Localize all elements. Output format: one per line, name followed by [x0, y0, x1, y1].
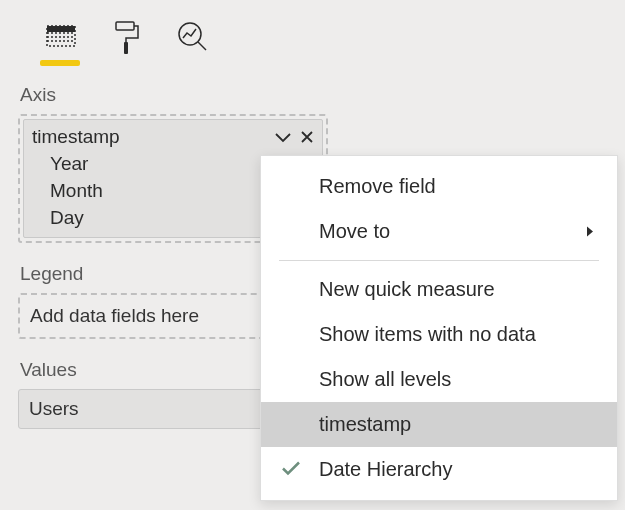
menu-item-move-to[interactable]: Move to	[261, 209, 617, 254]
menu-item-date-hierarchy[interactable]: Date Hierarchy	[261, 447, 617, 492]
paint-roller-icon	[114, 20, 140, 54]
svg-rect-6	[124, 42, 128, 54]
submenu-arrow-icon	[585, 220, 595, 243]
section-axis-label: Axis	[18, 78, 607, 114]
menu-item-move-to-label: Move to	[319, 220, 390, 243]
menu-item-show-all-levels[interactable]: Show all levels	[261, 357, 617, 402]
tab-format[interactable]	[108, 18, 146, 56]
check-icon	[281, 458, 301, 481]
svg-rect-5	[116, 22, 134, 30]
svg-point-7	[179, 23, 201, 45]
tab-analytics[interactable]	[174, 18, 212, 56]
menu-item-show-items-no-data[interactable]: Show items with no data	[261, 312, 617, 357]
field-context-menu: Remove field Move to New quick measure S…	[260, 155, 618, 501]
menu-separator	[279, 260, 599, 261]
svg-line-8	[198, 42, 206, 50]
menu-item-timestamp[interactable]: timestamp	[261, 402, 617, 447]
menu-item-date-hierarchy-label: Date Hierarchy	[319, 458, 452, 481]
chevron-down-icon[interactable]	[274, 131, 292, 143]
fields-table-icon	[44, 23, 78, 51]
svg-rect-4	[47, 26, 75, 32]
tab-fields[interactable]	[42, 18, 80, 56]
close-icon[interactable]	[300, 130, 314, 144]
menu-item-new-quick-measure[interactable]: New quick measure	[261, 267, 617, 312]
magnifier-chart-icon	[176, 20, 210, 54]
menu-item-remove-field[interactable]: Remove field	[261, 164, 617, 209]
axis-field-name: timestamp	[32, 126, 120, 148]
